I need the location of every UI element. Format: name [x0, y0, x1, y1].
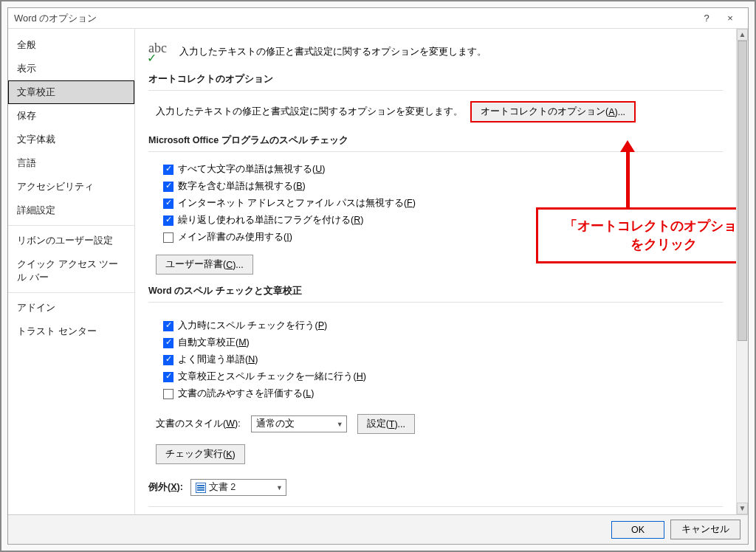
section-autocorrect-heading: オートコレクトのオプション: [148, 69, 723, 91]
window-title: Word のオプション: [14, 12, 695, 25]
sidebar-item-label: クイック アクセス ツール バー: [17, 258, 118, 283]
writing-style-select[interactable]: 通常の文 ▼: [251, 415, 347, 432]
office-spell-opt-4-checkbox[interactable]: [163, 232, 173, 243]
exceptions-options: この文書のみ、結果を表す波線を表示しない(S)この文書のみ、文章校正の結果を表示…: [148, 513, 723, 514]
word-spell-opt-4-label: 文書の読みやすさを評価する(L): [178, 387, 314, 400]
intro-text: 入力したテキストの修正と書式設定に関するオプションを変更します。: [179, 41, 487, 58]
word-spell-opt-0-checkbox[interactable]: ✓: [163, 321, 173, 331]
annotation-line2: をクリック: [549, 235, 736, 254]
btn-text-key: A: [608, 107, 614, 117]
sidebar-item-proofing[interactable]: 文章校正: [8, 80, 134, 104]
help-button[interactable]: ?: [695, 13, 718, 24]
exceptions-label: 例外(X):: [148, 481, 183, 494]
proofing-icon: abc ✓: [148, 41, 172, 56]
word-spell-opt-2-label: よく間違う単語(N): [178, 353, 258, 366]
word-options-dialog: Word のオプション ? × 全般 表示 文章校正 保存 文字体裁 言語 アク…: [7, 7, 749, 545]
scroll-up-button[interactable]: ▲: [737, 29, 748, 41]
sidebar-item-trust-center[interactable]: トラスト センター: [8, 320, 134, 343]
checkmark-icon: ✓: [165, 372, 172, 380]
office-spell-opt-3-label: 繰り返し使われる単語にフラグを付ける(R): [178, 214, 363, 227]
word-spell-opt-0-label: 入力時にスペル チェックを行う(P): [178, 320, 327, 332]
section-office-spell-heading: Microsoft Office プログラムのスペル チェック: [148, 130, 723, 152]
sidebar-item-label: 文字体裁: [17, 134, 55, 145]
annotation-line1: 「オートコレクトのオプション」: [549, 217, 736, 235]
cancel-button[interactable]: キャンセル: [670, 520, 740, 539]
user-dictionary-button[interactable]: ユーザー辞書(C)...: [156, 255, 253, 275]
word-spell-opt-0-row: ✓入力時にスペル チェックを行う(P): [156, 317, 723, 334]
chevron-down-icon: ▼: [337, 421, 343, 428]
checkmark-icon: ✓: [165, 338, 172, 346]
office-spell-opt-1-checkbox[interactable]: ✓: [163, 182, 173, 192]
office-spell-opt-0-checkbox[interactable]: ✓: [163, 165, 173, 175]
checkmark-icon: ✓: [165, 182, 172, 190]
word-spell-options: ✓入力時にスペル チェックを行う(P)✓自動文章校正(M)✓よく間違う単語(N)…: [148, 308, 723, 408]
word-spell-opt-3-label: 文章校正とスペル チェックを一緒に行う(H): [178, 370, 366, 383]
btn-text-pre: オートコレクトのオプション(: [481, 106, 608, 118]
sidebar-item-label: 表示: [17, 63, 36, 74]
exceptions-document-select[interactable]: 文書 2 ▼: [190, 479, 286, 496]
sidebar-item-label: アクセシビリティ: [17, 181, 94, 192]
sidebar-item-label: アドイン: [17, 302, 55, 313]
sidebar-item-label: トラスト センター: [17, 325, 97, 337]
autocorrect-options-button[interactable]: オートコレクトのオプション(A)...: [470, 101, 636, 123]
sidebar-item-label: 言語: [17, 157, 36, 168]
scroll-down-button[interactable]: ▼: [737, 503, 748, 514]
scroll-thumb[interactable]: [738, 41, 747, 341]
word-spell-opt-3-row: ✓文章校正とスペル チェックを一緒に行う(H): [156, 368, 723, 385]
titlebar: Word のオプション ? ×: [8, 8, 748, 29]
office-spell-opt-1-label: 数字を含む単語は無視する(B): [178, 180, 306, 193]
annotation-arrow: [626, 151, 630, 210]
office-spell-opt-1-row: ✓数字を含む単語は無視する(B): [156, 178, 723, 195]
content-pane: abc ✓ 入力したテキストの修正と書式設定に関するオプションを変更します。 オ…: [135, 29, 736, 514]
checkmark-icon: ✓: [165, 355, 172, 363]
checkmark-icon: ✓: [165, 165, 172, 173]
sidebar-item-typography[interactable]: 文字体裁: [8, 128, 134, 151]
word-spell-opt-4-row: 文書の読みやすさを評価する(L): [156, 385, 723, 402]
sidebar-separator: [8, 225, 134, 226]
checkmark-icon: ✓: [165, 215, 172, 224]
chevron-down-icon: ▼: [276, 484, 283, 491]
dialog-footer: OK キャンセル: [8, 514, 748, 544]
annotation-arrow-head: [620, 140, 635, 152]
sidebar-item-display[interactable]: 表示: [8, 57, 134, 80]
writing-style-value: 通常の文: [256, 418, 295, 430]
sidebar-item-customize-ribbon[interactable]: リボンのユーザー設定: [8, 229, 134, 252]
sidebar-item-language[interactable]: 言語: [8, 151, 134, 175]
office-spell-opt-0-row: ✓すべて大文字の単語は無視する(U): [156, 161, 723, 178]
close-button[interactable]: ×: [718, 13, 742, 24]
scroll-track[interactable]: [737, 41, 748, 503]
sidebar-item-advanced[interactable]: 詳細設定: [8, 199, 134, 222]
sidebar-item-general[interactable]: 全般: [8, 33, 134, 57]
autocorrect-desc: 入力したテキストの修正と書式設定に関するオプションを変更します。: [156, 106, 463, 118]
vertical-scrollbar[interactable]: ▲ ▼: [736, 29, 748, 514]
sidebar-item-label: 詳細設定: [17, 204, 55, 215]
office-spell-opt-0-label: すべて大文字の単語は無視する(U): [178, 163, 325, 176]
word-spell-opt-2-checkbox[interactable]: ✓: [163, 355, 173, 365]
exceptions-document-value: 文書 2: [209, 481, 236, 494]
section-word-spell-heading: Word のスペル チェックと文章校正: [148, 280, 723, 303]
word-spell-opt-1-label: 自動文章校正(M): [178, 337, 250, 349]
writing-style-settings-button[interactable]: 設定(T)...: [357, 414, 415, 434]
word-spell-opt-2-row: ✓よく間違う単語(N): [156, 351, 723, 368]
btn-text-post: )...: [615, 107, 626, 117]
sidebar-item-accessibility[interactable]: アクセシビリティ: [8, 175, 134, 199]
office-spell-opt-3-checkbox[interactable]: ✓: [163, 215, 173, 226]
sidebar-item-save[interactable]: 保存: [8, 104, 134, 128]
recheck-document-button[interactable]: チェック実行(K): [156, 444, 245, 464]
sidebar-item-quick-access[interactable]: クイック アクセス ツール バー: [8, 252, 134, 289]
sidebar-nav: 全般 表示 文章校正 保存 文字体裁 言語 アクセシビリティ 詳細設定 リボンの…: [8, 29, 135, 514]
word-spell-opt-1-row: ✓自動文章校正(M): [156, 334, 723, 351]
office-spell-opt-2-label: インターネット アドレスとファイル パスは無視する(F): [178, 197, 416, 210]
word-spell-opt-4-checkbox[interactable]: [163, 389, 173, 399]
word-spell-opt-3-checkbox[interactable]: ✓: [163, 372, 173, 382]
checkmark-icon: ✓: [147, 51, 157, 65]
office-spell-opt-2-checkbox[interactable]: ✓: [163, 199, 173, 209]
writing-style-label: 文書のスタイル(W):: [156, 418, 241, 430]
office-spell-opt-4-label: メイン辞書のみ使用する(I): [178, 231, 292, 244]
word-spell-opt-1-checkbox[interactable]: ✓: [163, 338, 173, 348]
checkmark-icon: ✓: [165, 199, 172, 207]
document-icon: [196, 483, 206, 493]
ok-button[interactable]: OK: [611, 521, 664, 539]
sidebar-item-addins[interactable]: アドイン: [8, 296, 134, 320]
checkmark-icon: ✓: [165, 321, 172, 329]
